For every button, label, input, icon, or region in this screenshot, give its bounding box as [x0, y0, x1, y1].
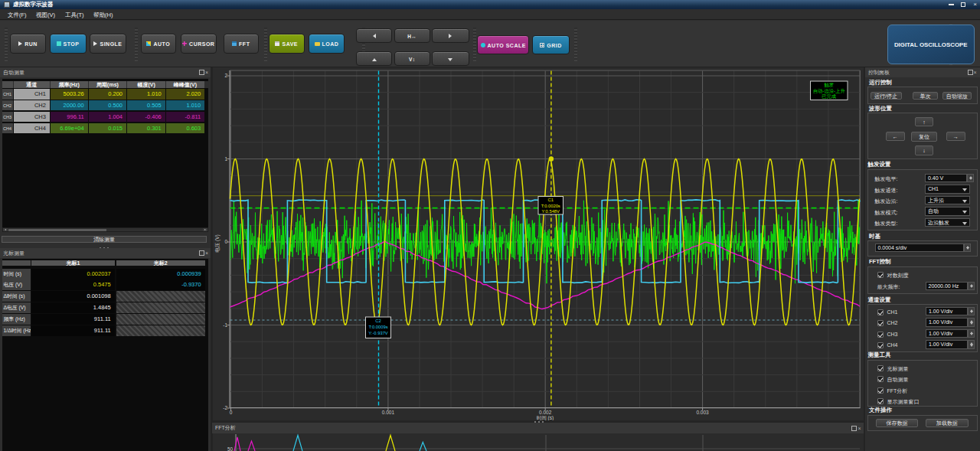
svg-text:0: 0 [224, 239, 227, 244]
svg-text:已完成: 已完成 [822, 93, 837, 100]
svg-text:-2: -2 [223, 405, 227, 410]
svg-text:50: 50 [227, 446, 234, 451]
svg-text:0: 0 [230, 410, 233, 415]
svg-text:C2: C2 [375, 319, 381, 323]
svg-text:触发: 触发 [823, 82, 834, 88]
svg-text:T:0.0020s: T:0.0020s [541, 204, 560, 208]
svg-text:-1: -1 [223, 322, 227, 328]
svg-text:0.002: 0.002 [539, 410, 552, 415]
svg-text:2: 2 [224, 73, 227, 78]
svg-text:T:0.0009s: T:0.0009s [368, 325, 387, 329]
svg-text:电压 (V): 电压 (V) [214, 234, 220, 252]
svg-text:1: 1 [224, 156, 227, 162]
svg-text:Y:0.548V: Y:0.548V [541, 209, 560, 214]
svg-text:C1: C1 [547, 198, 553, 202]
svg-text:Y:-0.937V: Y:-0.937V [368, 331, 388, 335]
svg-text:0.003: 0.003 [696, 410, 709, 415]
svg-text:自动-边沿-上升: 自动-边沿-上升 [813, 88, 846, 94]
svg-text:0.001: 0.001 [382, 410, 395, 415]
